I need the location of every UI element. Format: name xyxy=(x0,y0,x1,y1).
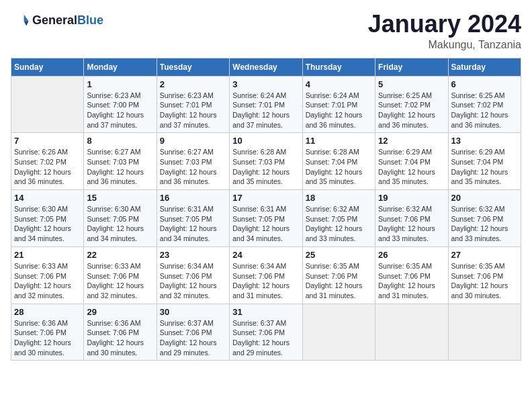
day-number: 15 xyxy=(87,193,153,203)
day-header-wednesday: Wednesday xyxy=(230,58,302,76)
week-row-4: 21Sunrise: 6:33 AMSunset: 7:06 PMDayligh… xyxy=(11,246,521,304)
day-number: 30 xyxy=(160,307,226,317)
day-number: 18 xyxy=(306,193,372,203)
day-info: Sunrise: 6:35 AMSunset: 7:06 PMDaylight:… xyxy=(451,261,518,301)
day-number: 11 xyxy=(306,136,372,146)
calendar-cell: 27Sunrise: 6:35 AMSunset: 7:06 PMDayligh… xyxy=(448,246,521,304)
day-number: 8 xyxy=(87,136,153,146)
calendar-cell: 4Sunrise: 6:24 AMSunset: 7:01 PMDaylight… xyxy=(302,76,375,133)
day-number: 29 xyxy=(87,307,153,317)
calendar-cell: 24Sunrise: 6:34 AMSunset: 7:06 PMDayligh… xyxy=(230,246,302,304)
calendar-cell: 15Sunrise: 6:30 AMSunset: 7:05 PMDayligh… xyxy=(84,190,157,247)
day-info: Sunrise: 6:30 AMSunset: 7:05 PMDaylight:… xyxy=(14,204,81,244)
day-header-friday: Friday xyxy=(375,58,448,76)
day-info: Sunrise: 6:34 AMSunset: 7:06 PMDaylight:… xyxy=(232,261,299,301)
day-info: Sunrise: 6:27 AMSunset: 7:03 PMDaylight:… xyxy=(87,147,153,187)
day-info: Sunrise: 6:29 AMSunset: 7:04 PMDaylight:… xyxy=(451,147,518,187)
day-number: 20 xyxy=(451,193,518,203)
logo-blue: Blue xyxy=(77,13,103,28)
day-number: 26 xyxy=(378,250,445,260)
calendar-cell: 14Sunrise: 6:30 AMSunset: 7:05 PMDayligh… xyxy=(11,190,84,247)
calendar-cell: 16Sunrise: 6:31 AMSunset: 7:05 PMDayligh… xyxy=(157,190,229,247)
day-number: 16 xyxy=(160,193,226,203)
day-number: 7 xyxy=(14,136,81,146)
day-number: 12 xyxy=(378,136,445,146)
header-row: SundayMondayTuesdayWednesdayThursdayFrid… xyxy=(11,58,521,76)
day-header-sunday: Sunday xyxy=(11,58,84,76)
day-info: Sunrise: 6:24 AMSunset: 7:01 PMDaylight:… xyxy=(232,91,299,130)
day-info: Sunrise: 6:33 AMSunset: 7:06 PMDaylight:… xyxy=(14,261,81,301)
calendar-cell: 25Sunrise: 6:35 AMSunset: 7:06 PMDayligh… xyxy=(302,246,375,304)
header: General Blue January 2024 Makungu, Tanza… xyxy=(11,11,521,51)
day-number: 17 xyxy=(232,193,299,203)
calendar-cell: 9Sunrise: 6:27 AMSunset: 7:03 PMDaylight… xyxy=(157,133,229,190)
day-number: 10 xyxy=(232,136,299,146)
day-info: Sunrise: 6:25 AMSunset: 7:02 PMDaylight:… xyxy=(378,91,445,130)
day-header-thursday: Thursday xyxy=(302,58,375,76)
logo-general: General xyxy=(32,13,77,28)
day-info: Sunrise: 6:36 AMSunset: 7:06 PMDaylight:… xyxy=(14,318,81,358)
day-number: 13 xyxy=(451,136,518,146)
day-info: Sunrise: 6:29 AMSunset: 7:04 PMDaylight:… xyxy=(378,147,445,187)
title-block: January 2024 Makungu, Tanzania xyxy=(368,11,521,51)
logo-icon xyxy=(11,11,30,30)
calendar-cell: 6Sunrise: 6:25 AMSunset: 7:02 PMDaylight… xyxy=(448,76,521,133)
day-number: 2 xyxy=(160,79,226,89)
day-number: 4 xyxy=(306,79,372,89)
calendar-cell: 5Sunrise: 6:25 AMSunset: 7:02 PMDaylight… xyxy=(375,76,448,133)
day-number: 28 xyxy=(14,307,81,317)
week-row-2: 7Sunrise: 6:26 AMSunset: 7:02 PMDaylight… xyxy=(11,133,521,190)
day-header-tuesday: Tuesday xyxy=(157,58,229,76)
calendar-cell: 7Sunrise: 6:26 AMSunset: 7:02 PMDaylight… xyxy=(11,133,84,190)
day-header-saturday: Saturday xyxy=(448,58,521,76)
day-info: Sunrise: 6:30 AMSunset: 7:05 PMDaylight:… xyxy=(87,204,153,244)
day-number: 19 xyxy=(378,193,445,203)
day-info: Sunrise: 6:25 AMSunset: 7:02 PMDaylight:… xyxy=(451,91,518,130)
week-row-3: 14Sunrise: 6:30 AMSunset: 7:05 PMDayligh… xyxy=(11,190,521,247)
day-header-monday: Monday xyxy=(84,58,157,76)
calendar-cell: 1Sunrise: 6:23 AMSunset: 7:00 PMDaylight… xyxy=(84,76,157,133)
day-number: 23 xyxy=(160,250,226,260)
calendar-cell: 31Sunrise: 6:37 AMSunset: 7:06 PMDayligh… xyxy=(230,304,302,361)
calendar-cell: 30Sunrise: 6:37 AMSunset: 7:06 PMDayligh… xyxy=(157,304,229,361)
calendar-cell xyxy=(11,76,84,133)
day-info: Sunrise: 6:37 AMSunset: 7:06 PMDaylight:… xyxy=(232,318,299,358)
day-info: Sunrise: 6:31 AMSunset: 7:05 PMDaylight:… xyxy=(232,204,299,244)
calendar-cell: 21Sunrise: 6:33 AMSunset: 7:06 PMDayligh… xyxy=(11,246,84,304)
day-info: Sunrise: 6:32 AMSunset: 7:05 PMDaylight:… xyxy=(306,204,372,244)
subtitle: Makungu, Tanzania xyxy=(368,39,521,51)
logo: General Blue xyxy=(11,11,103,30)
calendar-cell xyxy=(448,304,521,361)
day-info: Sunrise: 6:28 AMSunset: 7:03 PMDaylight:… xyxy=(232,147,299,187)
calendar-cell xyxy=(375,304,448,361)
calendar-cell: 29Sunrise: 6:36 AMSunset: 7:06 PMDayligh… xyxy=(84,304,157,361)
week-row-5: 28Sunrise: 6:36 AMSunset: 7:06 PMDayligh… xyxy=(11,304,521,361)
calendar-cell: 8Sunrise: 6:27 AMSunset: 7:03 PMDaylight… xyxy=(84,133,157,190)
svg-marker-1 xyxy=(24,21,29,26)
calendar-cell: 10Sunrise: 6:28 AMSunset: 7:03 PMDayligh… xyxy=(230,133,302,190)
calendar-cell: 22Sunrise: 6:33 AMSunset: 7:06 PMDayligh… xyxy=(84,246,157,304)
day-number: 9 xyxy=(160,136,226,146)
logo-text: General Blue xyxy=(32,13,103,28)
main-title: January 2024 xyxy=(368,11,521,38)
day-number: 22 xyxy=(87,250,153,260)
day-number: 21 xyxy=(14,250,81,260)
day-info: Sunrise: 6:23 AMSunset: 7:00 PMDaylight:… xyxy=(87,91,153,130)
day-number: 3 xyxy=(232,79,299,89)
calendar-cell: 13Sunrise: 6:29 AMSunset: 7:04 PMDayligh… xyxy=(448,133,521,190)
day-number: 1 xyxy=(87,79,153,89)
calendar-cell: 20Sunrise: 6:32 AMSunset: 7:06 PMDayligh… xyxy=(448,190,521,247)
calendar-cell: 19Sunrise: 6:32 AMSunset: 7:06 PMDayligh… xyxy=(375,190,448,247)
calendar-cell: 17Sunrise: 6:31 AMSunset: 7:05 PMDayligh… xyxy=(230,190,302,247)
day-number: 24 xyxy=(232,250,299,260)
calendar-cell: 3Sunrise: 6:24 AMSunset: 7:01 PMDaylight… xyxy=(230,76,302,133)
day-info: Sunrise: 6:35 AMSunset: 7:06 PMDaylight:… xyxy=(378,261,445,301)
calendar-cell: 28Sunrise: 6:36 AMSunset: 7:06 PMDayligh… xyxy=(11,304,84,361)
day-info: Sunrise: 6:33 AMSunset: 7:06 PMDaylight:… xyxy=(87,261,153,301)
day-info: Sunrise: 6:26 AMSunset: 7:02 PMDaylight:… xyxy=(14,147,81,187)
day-info: Sunrise: 6:37 AMSunset: 7:06 PMDaylight:… xyxy=(160,318,226,358)
calendar-cell: 26Sunrise: 6:35 AMSunset: 7:06 PMDayligh… xyxy=(375,246,448,304)
day-info: Sunrise: 6:24 AMSunset: 7:01 PMDaylight:… xyxy=(306,91,372,130)
calendar-cell: 12Sunrise: 6:29 AMSunset: 7:04 PMDayligh… xyxy=(375,133,448,190)
day-number: 31 xyxy=(232,307,299,317)
